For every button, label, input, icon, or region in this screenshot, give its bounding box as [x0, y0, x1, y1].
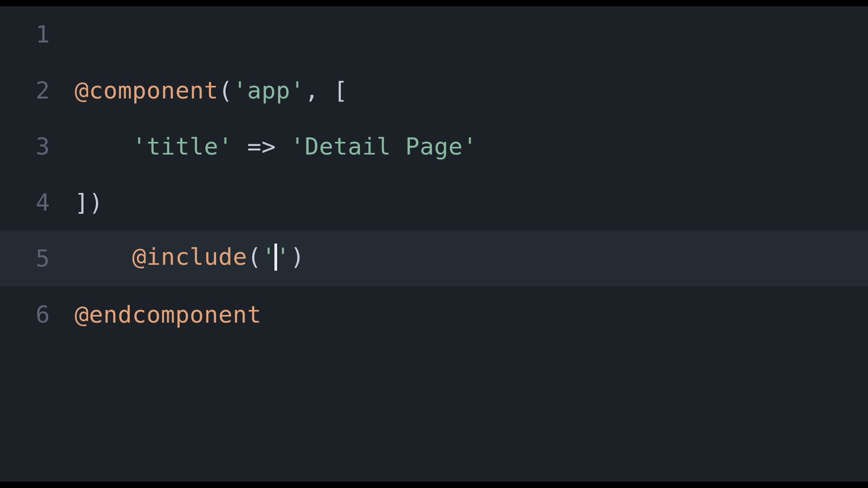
string-literal: 'Detail Page': [290, 133, 477, 160]
line-content[interactable]: ]): [75, 191, 104, 214]
punctuation: ]): [75, 189, 104, 216]
punctuation: (: [247, 243, 262, 270]
blade-directive: @component: [75, 77, 218, 104]
string-literal: 'title': [132, 133, 233, 160]
line-content[interactable]: @endcomponent: [75, 303, 262, 326]
code-line[interactable]: 3 'title' => 'Detail Page': [0, 118, 868, 174]
punctuation: , [: [305, 77, 348, 104]
code-line[interactable]: 6 @endcomponent: [0, 286, 868, 343]
blade-directive: @include: [132, 243, 247, 270]
line-number: 4: [0, 191, 75, 214]
code-editor[interactable]: 1 2 @component('app', [ 3 'title' => 'De…: [0, 0, 868, 488]
line-content[interactable]: @component('app', [: [75, 79, 348, 102]
text-cursor-icon: [274, 244, 277, 271]
string-quote: ': [276, 243, 290, 270]
code-line[interactable]: 2 @component('app', [: [0, 62, 868, 118]
punctuation: ): [290, 243, 305, 270]
line-number: 6: [0, 303, 75, 326]
indent: [75, 133, 132, 160]
code-line-active[interactable]: 5 @include(''): [0, 230, 868, 286]
code-line[interactable]: 4 ]): [0, 174, 868, 230]
line-content[interactable]: @include(''): [75, 245, 305, 272]
code-line[interactable]: 1: [0, 6, 868, 62]
string-quote: ': [262, 243, 276, 270]
line-number: 3: [0, 135, 75, 158]
operator: =>: [233, 133, 290, 160]
punctuation: (: [218, 77, 233, 104]
line-number: 5: [0, 247, 75, 270]
string-literal: 'app': [233, 77, 305, 104]
letterbox-top: [0, 0, 868, 6]
line-content[interactable]: 'title' => 'Detail Page': [75, 135, 477, 158]
letterbox-bottom: [0, 482, 868, 488]
code-area[interactable]: 1 2 @component('app', [ 3 'title' => 'De…: [0, 6, 868, 482]
indent: [75, 243, 132, 270]
blade-directive: @endcomponent: [75, 301, 262, 328]
line-number: 1: [0, 23, 75, 46]
line-number: 2: [0, 79, 75, 102]
code-lines: 1 2 @component('app', [ 3 'title' => 'De…: [0, 6, 868, 343]
